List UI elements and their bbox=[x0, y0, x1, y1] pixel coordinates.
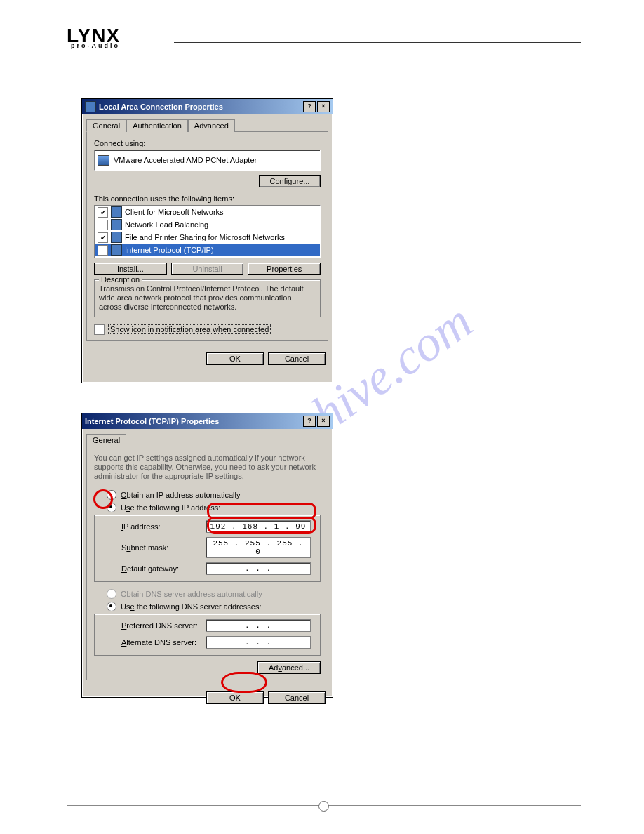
checkbox[interactable] bbox=[98, 207, 108, 218]
network-component-icon bbox=[111, 206, 122, 218]
obtain-dns-label: Obtain DNS server address automatically bbox=[121, 590, 262, 598]
alternate-dns-input[interactable]: . . . bbox=[206, 636, 311, 649]
alternate-dns-label: Alternate DNS server: bbox=[121, 638, 206, 647]
ip-address-label: IP address: bbox=[121, 522, 206, 531]
local-area-connection-dialog: Local Area Connection Properties ? × Gen… bbox=[81, 98, 333, 383]
network-component-icon bbox=[111, 219, 122, 230]
show-icon-checkbox[interactable] bbox=[94, 324, 105, 335]
description-group: Description Transmission Control Protoco… bbox=[94, 279, 321, 317]
description-text: Transmission Control Protocol/Internet P… bbox=[99, 284, 316, 312]
checkbox[interactable] bbox=[98, 220, 108, 230]
preferred-dns-label: Preferred DNS server: bbox=[121, 621, 206, 630]
cancel-button[interactable]: Cancel bbox=[268, 352, 326, 365]
title: Internet Protocol (TCP/IP) Properties bbox=[85, 417, 302, 425]
item-label: Internet Protocol (TCP/IP) bbox=[125, 246, 214, 254]
ok-button[interactable]: OK bbox=[206, 691, 264, 704]
close-button[interactable]: × bbox=[317, 101, 330, 112]
checkbox[interactable] bbox=[98, 232, 108, 243]
install-button[interactable]: Install... bbox=[94, 263, 167, 275]
network-component-icon bbox=[111, 244, 122, 256]
item-label: Network Load Balancing bbox=[125, 220, 208, 229]
uninstall-button[interactable]: Uninstall bbox=[171, 263, 244, 275]
footer-rule bbox=[67, 805, 581, 806]
list-item[interactable]: Internet Protocol (TCP/IP) bbox=[95, 244, 320, 256]
list-item[interactable]: File and Printer Sharing for Microsoft N… bbox=[95, 231, 320, 244]
connect-using-label: Connect using: bbox=[94, 139, 321, 147]
dns-group: Preferred DNS server: . . . Alternate DN… bbox=[94, 614, 321, 656]
preferred-dns-input[interactable]: . . . bbox=[206, 619, 311, 632]
obtain-ip-radio[interactable] bbox=[107, 490, 116, 500]
items-label: This connection uses the following items… bbox=[94, 194, 321, 203]
default-gateway-label: Default gateway: bbox=[121, 564, 206, 573]
item-label: Client for Microsoft Networks bbox=[125, 208, 224, 216]
show-icon-label: Show icon in notification area when conn… bbox=[108, 324, 271, 334]
ip-group: IP address: 192 . 168 . 1 . 99 Subnet ma… bbox=[94, 515, 321, 582]
adapter-name: VMware Accelerated AMD PCNet Adapter bbox=[114, 156, 257, 164]
tabs: General Authentication Advanced bbox=[86, 119, 328, 131]
subnet-mask-label: Subnet mask: bbox=[121, 543, 206, 552]
use-ip-label: Use the following IP address: bbox=[121, 503, 220, 512]
advanced-button[interactable]: Advanced... bbox=[257, 661, 321, 674]
adapter-box: VMware Accelerated AMD PCNet Adapter bbox=[94, 150, 321, 171]
cancel-button[interactable]: Cancel bbox=[268, 691, 326, 704]
tab-general[interactable]: General bbox=[86, 434, 126, 446]
footer-ring-icon bbox=[318, 801, 329, 812]
ok-button[interactable]: OK bbox=[206, 352, 264, 365]
default-gateway-input[interactable]: . . . bbox=[206, 562, 311, 575]
use-dns-label: Use the following DNS server addresses: bbox=[121, 602, 262, 611]
adapter-icon bbox=[98, 155, 109, 166]
description-legend: Description bbox=[99, 275, 142, 284]
tab-authentication[interactable]: Authentication bbox=[126, 119, 188, 132]
ip-address-input[interactable]: 192 . 168 . 1 . 99 bbox=[206, 520, 311, 533]
network-component-icon bbox=[111, 232, 122, 243]
logo-sub: pro-Audio bbox=[67, 43, 120, 48]
tab-panel: Connect using: VMware Accelerated AMD PC… bbox=[86, 131, 328, 341]
obtain-dns-radio bbox=[107, 589, 116, 599]
header-rule bbox=[174, 42, 581, 43]
title: Local Area Connection Properties bbox=[99, 102, 302, 111]
intro-text: You can get IP settings assigned automat… bbox=[94, 454, 321, 482]
obtain-ip-label: Obtain an IP address automatically bbox=[121, 491, 240, 499]
items-list[interactable]: Client for Microsoft Networks Network Lo… bbox=[94, 205, 321, 258]
tab-panel: You can get IP settings assigned automat… bbox=[86, 446, 328, 680]
close-button[interactable]: × bbox=[317, 416, 330, 427]
tcpip-properties-dialog: Internet Protocol (TCP/IP) Properties ? … bbox=[81, 413, 333, 698]
checkbox[interactable] bbox=[98, 245, 108, 256]
list-item[interactable]: Network Load Balancing bbox=[95, 218, 320, 231]
tab-advanced[interactable]: Advanced bbox=[188, 119, 235, 132]
logo: LYNX pro-Audio bbox=[67, 27, 120, 48]
subnet-mask-input[interactable]: 255 . 255 . 255 . 0 bbox=[206, 537, 311, 558]
use-ip-radio[interactable] bbox=[107, 503, 116, 512]
item-label: File and Printer Sharing for Microsoft N… bbox=[125, 233, 285, 241]
help-button[interactable]: ? bbox=[303, 416, 316, 427]
tabs: General bbox=[86, 433, 328, 446]
help-button[interactable]: ? bbox=[303, 101, 316, 112]
window-icon bbox=[85, 101, 96, 112]
titlebar[interactable]: Internet Protocol (TCP/IP) Properties ? … bbox=[82, 413, 333, 429]
use-dns-radio[interactable] bbox=[107, 602, 116, 611]
list-item[interactable]: Client for Microsoft Networks bbox=[95, 206, 320, 218]
configure-button[interactable]: Configure... bbox=[259, 175, 321, 187]
tab-general[interactable]: General bbox=[86, 119, 126, 132]
properties-button[interactable]: Properties bbox=[248, 263, 321, 275]
titlebar[interactable]: Local Area Connection Properties ? × bbox=[82, 99, 333, 114]
